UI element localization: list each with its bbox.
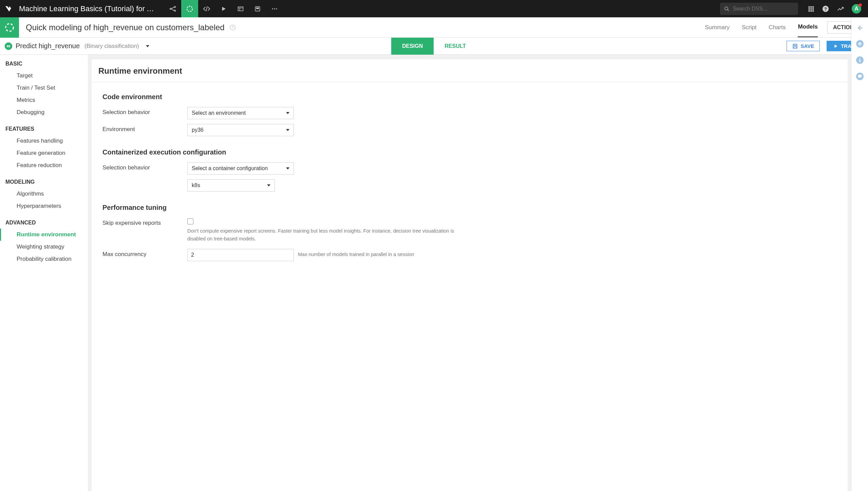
- play-icon: [833, 44, 838, 49]
- checkbox-skip-reports[interactable]: [187, 218, 193, 224]
- select-code-env-behavior[interactable]: Select an environment: [187, 107, 294, 119]
- svg-point-3: [187, 6, 192, 12]
- notification-dot-icon: [858, 3, 862, 7]
- save-label: SAVE: [800, 43, 814, 49]
- save-icon: [792, 43, 798, 49]
- sidebar-item-features-handling[interactable]: Features handling: [0, 135, 88, 147]
- chevron-down-icon: [286, 112, 289, 114]
- section-code-env-title: Code environment: [102, 93, 837, 101]
- svg-rect-11: [809, 6, 810, 7]
- right-rail: [851, 17, 868, 491]
- select-value: k8s: [192, 182, 200, 188]
- svg-rect-15: [810, 8, 812, 10]
- sidebar-item-target[interactable]: Target: [0, 70, 88, 82]
- sidebar-item-runtime-environment[interactable]: Runtime environment: [0, 229, 88, 241]
- content-wrap: Runtime environment Code environment Sel…: [88, 55, 851, 491]
- tab-script[interactable]: Script: [742, 18, 756, 37]
- help-icon[interactable]: ?: [822, 5, 829, 13]
- search-icon: [724, 6, 730, 12]
- svg-point-7: [272, 8, 273, 9]
- apps-grid-icon[interactable]: [808, 5, 814, 12]
- label-container-config: [102, 179, 187, 181]
- model-toolbar: Predict high_revenue (Binary classificat…: [0, 38, 868, 55]
- svg-rect-17: [809, 10, 810, 12]
- activity-icon[interactable]: [837, 5, 844, 13]
- rail-chat-icon[interactable]: [856, 72, 864, 80]
- label-container-selection: Selection behavior: [102, 162, 187, 171]
- content-title: Runtime environment: [92, 59, 848, 82]
- user-avatar[interactable]: A: [852, 4, 861, 14]
- rail-add-icon[interactable]: [856, 40, 864, 48]
- task-type: (Binary classification): [84, 43, 139, 50]
- svg-rect-12: [810, 6, 812, 7]
- select-environment[interactable]: py36: [187, 124, 294, 136]
- svg-rect-6: [257, 7, 259, 8]
- label-selection-behavior: Selection behavior: [102, 107, 187, 116]
- label-max-concurrency: Max concurrency: [102, 249, 187, 258]
- sidebar-item-debugging[interactable]: Debugging: [0, 106, 88, 119]
- sidebar-item-train-test[interactable]: Train / Test Set: [0, 82, 88, 94]
- logo-bird-icon[interactable]: [3, 4, 14, 14]
- global-search[interactable]: [720, 3, 798, 15]
- settings-sidebar: BASIC Target Train / Test Set Metrics De…: [0, 55, 88, 491]
- task-dropdown-icon[interactable]: [146, 45, 149, 47]
- sidebar-section-features: FEATURES: [0, 123, 88, 135]
- input-max-concurrency[interactable]: [187, 249, 294, 261]
- tab-models[interactable]: Models: [798, 17, 818, 37]
- svg-point-29: [858, 75, 862, 78]
- select-value: Select an environment: [192, 110, 246, 116]
- tab-design[interactable]: DESIGN: [391, 38, 434, 55]
- search-input[interactable]: [733, 6, 794, 12]
- svg-rect-16: [812, 8, 814, 10]
- sidebar-item-feature-generation[interactable]: Feature generation: [0, 147, 88, 159]
- save-button[interactable]: SAVE: [787, 41, 820, 51]
- wiki-icon[interactable]: [249, 0, 266, 17]
- sidebar-section-advanced: ADVANCED: [0, 216, 88, 229]
- svg-point-22: [6, 23, 14, 31]
- avatar-letter: A: [854, 6, 858, 12]
- dashboard-icon[interactable]: [232, 0, 249, 17]
- label-environment: Environment: [102, 124, 187, 133]
- section-perf-title: Performance tuning: [102, 204, 837, 212]
- page-title: Quick modeling of high_revenue on custom…: [26, 23, 225, 32]
- select-container-behavior[interactable]: Select a container configuration: [187, 162, 294, 175]
- tab-result[interactable]: RESULT: [434, 38, 477, 55]
- sidebar-item-feature-reduction[interactable]: Feature reduction: [0, 159, 88, 171]
- flow-icon[interactable]: [164, 0, 181, 17]
- rail-back-icon[interactable]: [856, 24, 864, 32]
- sidebar-item-hyperparameters[interactable]: Hyperparameters: [0, 200, 88, 212]
- sidebar-item-algorithms[interactable]: Algorithms: [0, 188, 88, 200]
- svg-point-1: [174, 6, 176, 7]
- tab-summary[interactable]: Summary: [705, 18, 730, 37]
- section-container-title: Containerized execution configuration: [102, 148, 837, 156]
- code-icon[interactable]: [198, 0, 215, 17]
- more-icon[interactable]: [266, 0, 283, 17]
- object-header-bar: Quick modeling of high_revenue on custom…: [0, 17, 868, 38]
- object-tabs: Summary Script Charts Models: [705, 17, 818, 37]
- svg-rect-14: [809, 8, 810, 10]
- sidebar-item-metrics[interactable]: Metrics: [0, 94, 88, 106]
- svg-rect-19: [812, 10, 814, 12]
- sidebar-item-probability-calibration[interactable]: Probability calibration: [0, 253, 88, 265]
- label-skip-reports: Skip expensive reports: [102, 218, 187, 226]
- content-panel: Runtime environment Code environment Sel…: [92, 59, 848, 491]
- sidebar-item-weighting-strategy[interactable]: Weighting strategy: [0, 241, 88, 253]
- recipe-type-icon[interactable]: [0, 17, 19, 38]
- project-title[interactable]: Machine Learning Basics (Tutorial) for A…: [19, 4, 155, 13]
- lab-icon[interactable]: [181, 0, 198, 17]
- task-title[interactable]: Predict high_revenue: [16, 42, 80, 50]
- play-icon[interactable]: [215, 0, 232, 17]
- rail-info-icon[interactable]: [856, 56, 864, 64]
- svg-rect-4: [238, 7, 243, 11]
- top-nav-bar: Machine Learning Basics (Tutorial) for A…: [0, 0, 868, 17]
- select-container-config[interactable]: k8s: [187, 179, 275, 192]
- tab-charts[interactable]: Charts: [769, 18, 786, 37]
- svg-point-10: [725, 7, 728, 10]
- svg-point-0: [170, 8, 171, 10]
- svg-point-2: [174, 10, 176, 11]
- select-value: Select a container configuration: [192, 165, 268, 171]
- svg-rect-27: [859, 59, 860, 62]
- refresh-icon[interactable]: [229, 24, 236, 31]
- svg-point-8: [274, 8, 275, 9]
- help-skip-reports: Don't compute expensive report screens. …: [187, 227, 459, 243]
